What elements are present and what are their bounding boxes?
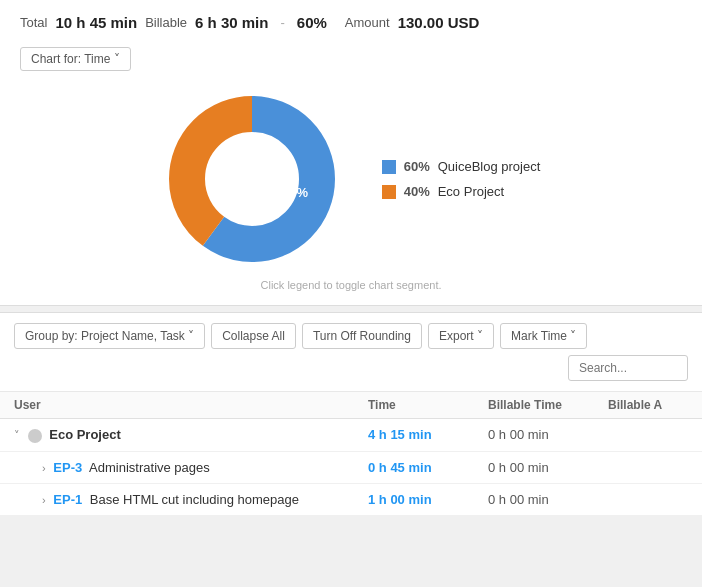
separator: - <box>280 15 284 30</box>
task-cell: › EP-3 Administrative pages <box>14 460 368 475</box>
task-expand-icon[interactable]: › <box>42 462 46 474</box>
export-button[interactable]: Export ˅ <box>428 323 494 349</box>
mark-time-button[interactable]: Mark Time ˅ <box>500 323 587 349</box>
amount-label: Amount <box>345 15 390 30</box>
search-input[interactable] <box>568 355 688 381</box>
total-label: Total <box>20 15 47 30</box>
project-cell: ˅ Eco Project <box>14 427 368 443</box>
chart-label-60: 60% <box>282 185 308 200</box>
svg-rect-4 <box>382 185 396 199</box>
donut-chart: 40% 60% <box>162 89 342 269</box>
table-toolbar: Group by: Project Name, Task ˅ Collapse … <box>0 313 702 392</box>
task-billable: 0 h 00 min <box>488 460 608 475</box>
project-billable: 0 h 00 min <box>488 427 608 442</box>
task-name: Base HTML cut including homepage <box>90 492 299 507</box>
project-time: 4 h 15 min <box>368 427 488 442</box>
chart-label-40: 40% <box>206 173 232 188</box>
legend-name-quiceblog: QuiceBlog project <box>438 159 541 174</box>
task-id: EP-3 <box>53 460 82 475</box>
legend-pct-quiceblog: 60% <box>404 159 430 174</box>
task-expand-icon[interactable]: › <box>42 494 46 506</box>
task-time: 1 h 00 min <box>368 492 488 507</box>
chart-hint: Click legend to toggle chart segment. <box>20 273 682 305</box>
legend-name-eco: Eco Project <box>438 184 504 199</box>
chart-legend: 60% QuiceBlog project 40% Eco Project <box>382 159 541 199</box>
legend-swatch-blue <box>382 160 396 174</box>
billable-label: Billable <box>145 15 187 30</box>
legend-item-quiceblog[interactable]: 60% QuiceBlog project <box>382 159 541 174</box>
billable-pct: 60% <box>297 14 327 31</box>
task-billable: 0 h 00 min <box>488 492 608 507</box>
project-name: Eco Project <box>49 427 121 442</box>
expand-icon[interactable]: ˅ <box>14 429 20 442</box>
task-id: EP-1 <box>53 492 82 507</box>
legend-pct-eco: 40% <box>404 184 430 199</box>
rounding-button[interactable]: Turn Off Rounding <box>302 323 422 349</box>
chart-for-button[interactable]: Chart for: Time ˅ <box>20 47 131 71</box>
task-name: Administrative pages <box>89 460 210 475</box>
legend-item-eco[interactable]: 40% Eco Project <box>382 184 541 199</box>
table-row: › EP-3 Administrative pages 0 h 45 min 0… <box>0 452 702 484</box>
total-value: 10 h 45 min <box>55 14 137 31</box>
amount-value: 130.00 USD <box>398 14 480 31</box>
table-header: User Time Billable Time Billable A <box>0 392 702 419</box>
table-row: ˅ Eco Project 4 h 15 min 0 h 00 min <box>0 419 702 452</box>
group-by-button[interactable]: Group by: Project Name, Task ˅ <box>14 323 205 349</box>
header-billable-time: Billable Time <box>488 398 608 412</box>
legend-swatch-orange <box>382 185 396 199</box>
task-cell: › EP-1 Base HTML cut including homepage <box>14 492 368 507</box>
header-billable-amt: Billable A <box>608 398 688 412</box>
header-user: User <box>14 398 368 412</box>
svg-rect-3 <box>382 160 396 174</box>
billable-value: 6 h 30 min <box>195 14 268 31</box>
collapse-all-button[interactable]: Collapse All <box>211 323 296 349</box>
project-icon <box>28 429 42 443</box>
header-time: Time <box>368 398 488 412</box>
task-time: 0 h 45 min <box>368 460 488 475</box>
table-row: › EP-1 Base HTML cut including homepage … <box>0 484 702 516</box>
